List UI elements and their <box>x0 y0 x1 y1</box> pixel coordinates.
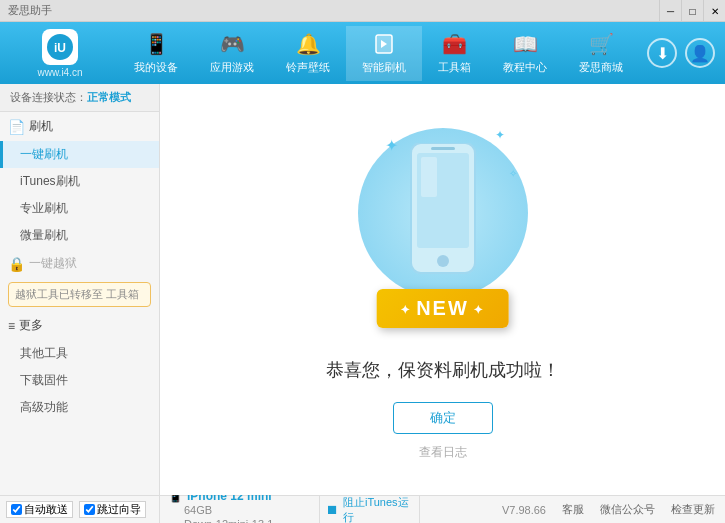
jailbreak-label: 一键越狱 <box>29 255 77 272</box>
skip-wizard-checkbox[interactable] <box>84 504 95 515</box>
store-label: 爱思商城 <box>579 60 623 75</box>
ribbon-text: NEW <box>416 297 469 319</box>
one-key-flash-label: 一键刷机 <box>20 147 68 161</box>
more-section-icon: ≡ <box>8 319 15 333</box>
store-icon: 🛒 <box>589 32 613 56</box>
auto-start-label: 自动敢送 <box>24 502 68 517</box>
sidebar-item-pro-flash[interactable]: 专业刷机 <box>0 195 159 222</box>
nav-ringtones[interactable]: 🔔 铃声壁纸 <box>270 26 346 81</box>
itunes-flash-label: iTunes刷机 <box>20 174 80 188</box>
tutorials-label: 教程中心 <box>503 60 547 75</box>
svg-text:iU: iU <box>54 41 66 55</box>
flash-section-label: 刷机 <box>29 118 53 135</box>
download-button[interactable]: ⬇ <box>647 38 677 68</box>
nav-bar: 📱 我的设备 🎮 应用游戏 🔔 铃声壁纸 智能刷机 🧰 工具箱 📖 <box>110 26 647 81</box>
svg-rect-7 <box>421 157 437 197</box>
header-right: ⬇ 👤 <box>647 38 715 68</box>
more-section-label: 更多 <box>19 317 43 334</box>
header: iU www.i4.cn 📱 我的设备 🎮 应用游戏 🔔 铃声壁纸 智能刷机 <box>0 22 725 84</box>
skip-wizard-checkbox-label[interactable]: 跳过向导 <box>79 501 146 518</box>
ringtones-label: 铃声壁纸 <box>286 60 330 75</box>
auto-start-checkbox[interactable] <box>11 504 22 515</box>
smart-flash-icon <box>372 32 396 56</box>
nav-my-device[interactable]: 📱 我的设备 <box>118 26 194 81</box>
jailbreak-notice-text: 越狱工具已转移至 工具箱 <box>15 288 139 300</box>
nav-tutorials[interactable]: 📖 教程中心 <box>487 26 563 81</box>
toolbox-label: 工具箱 <box>438 60 471 75</box>
apps-games-icon: 🎮 <box>220 32 244 56</box>
user-button[interactable]: 👤 <box>685 38 715 68</box>
device-info: 📱 iPhone 12 mini 64GB Down-12mini-13,1 <box>160 496 320 523</box>
bottom-right-links: V7.98.66 客服 微信公众号 检查更新 <box>492 496 725 523</box>
sparkle-left: ✦ <box>385 136 398 155</box>
my-device-label: 我的设备 <box>134 60 178 75</box>
main-layout: 设备连接状态：正常模式 📄 刷机 一键刷机 iTunes刷机 专业刷机 微量刷机… <box>0 84 725 495</box>
bottom-spacer <box>420 496 492 523</box>
other-tools-label: 其他工具 <box>20 346 68 360</box>
smart-flash-label: 智能刷机 <box>362 60 406 75</box>
sidebar-more-header[interactable]: ≡ 更多 <box>0 311 159 340</box>
jailbreak-lock-icon: 🔒 <box>8 256 25 272</box>
new-ribbon: ✦NEW✦ <box>376 289 509 328</box>
sidebar: 设备连接状态：正常模式 📄 刷机 一键刷机 iTunes刷机 专业刷机 微量刷机… <box>0 84 160 495</box>
sidebar-item-download-firmware[interactable]: 下载固件 <box>0 367 159 394</box>
maximize-button[interactable]: □ <box>681 0 703 22</box>
customer-service-link[interactable]: 客服 <box>562 502 584 517</box>
nav-store[interactable]: 🛒 爱思商城 <box>563 26 639 81</box>
success-message: 恭喜您，保资料刷机成功啦！ <box>326 358 560 382</box>
recall-link[interactable]: 查看日志 <box>419 444 467 461</box>
confirm-button[interactable]: 确定 <box>393 402 493 434</box>
status-value: 正常模式 <box>87 91 131 103</box>
itunes-row: ⏹ 阻止iTunes运行 <box>320 496 420 523</box>
close-button[interactable]: ✕ <box>703 0 725 22</box>
flash-section-icon: 📄 <box>8 119 25 135</box>
sidebar-item-micro-flash[interactable]: 微量刷机 <box>0 222 159 249</box>
download-firmware-label: 下载固件 <box>20 373 68 387</box>
toolbox-icon: 🧰 <box>443 32 467 56</box>
sparkle-right-mid: ✧ <box>509 168 517 179</box>
logo-site: www.i4.cn <box>37 67 82 78</box>
auto-start-checkbox-label[interactable]: 自动敢送 <box>6 501 73 518</box>
nav-smart-flash[interactable]: 智能刷机 <box>346 26 422 81</box>
sparkle-right-top: ✦ <box>495 128 505 142</box>
itunes-label[interactable]: 阻止iTunes运行 <box>343 495 413 524</box>
svg-rect-6 <box>431 147 455 150</box>
status-label: 设备连接状态： <box>10 91 87 103</box>
logo-icon: iU <box>42 29 78 65</box>
pro-flash-label: 专业刷机 <box>20 201 68 215</box>
device-storage: 64GB <box>184 504 212 516</box>
device-status-bar: 设备连接状态：正常模式 <box>0 84 159 112</box>
sidebar-item-advanced[interactable]: 高级功能 <box>0 394 159 421</box>
success-illustration: ✦ ✦ ✧ ✦NEW✦ <box>333 118 553 338</box>
sidebar-flash-header[interactable]: 📄 刷机 <box>0 112 159 141</box>
sidebar-item-itunes-flash[interactable]: iTunes刷机 <box>0 168 159 195</box>
advanced-label: 高级功能 <box>20 400 68 414</box>
my-device-icon: 📱 <box>144 32 168 56</box>
device-firmware: Down-12mini-13,1 <box>184 518 273 524</box>
apps-games-label: 应用游戏 <box>210 60 254 75</box>
bottom-bar: 自动敢送 跳过向导 📱 iPhone 12 mini 64GB Down-12m… <box>0 495 725 523</box>
nav-toolbox[interactable]: 🧰 工具箱 <box>422 26 487 81</box>
bottom-left: 自动敢送 跳过向导 <box>0 496 160 523</box>
svg-point-5 <box>437 255 449 267</box>
sidebar-item-other-tools[interactable]: 其他工具 <box>0 340 159 367</box>
window-title: 爱思助手 <box>8 3 52 18</box>
version-label: V7.98.66 <box>502 504 546 516</box>
sidebar-item-one-key-flash[interactable]: 一键刷机 <box>0 141 159 168</box>
sidebar-jailbreak-header: 🔒 一键越狱 <box>0 249 159 278</box>
phone-svg <box>403 143 483 283</box>
logo-area: iU www.i4.cn <box>10 29 110 78</box>
micro-flash-label: 微量刷机 <box>20 228 68 242</box>
itunes-stop-icon: ⏹ <box>326 502 339 517</box>
wechat-official-link[interactable]: 微信公众号 <box>600 502 655 517</box>
main-content: ✦ ✦ ✧ ✦NEW✦ 恭喜您，保资料刷机成功啦！ 确定 <box>160 84 725 495</box>
tutorials-icon: 📖 <box>513 32 537 56</box>
minimize-button[interactable]: ─ <box>659 0 681 22</box>
skip-wizard-label: 跳过向导 <box>97 502 141 517</box>
nav-apps-games[interactable]: 🎮 应用游戏 <box>194 26 270 81</box>
ringtones-icon: 🔔 <box>296 32 320 56</box>
check-update-link[interactable]: 检查更新 <box>671 502 715 517</box>
jailbreak-notice: 越狱工具已转移至 工具箱 <box>8 282 151 307</box>
